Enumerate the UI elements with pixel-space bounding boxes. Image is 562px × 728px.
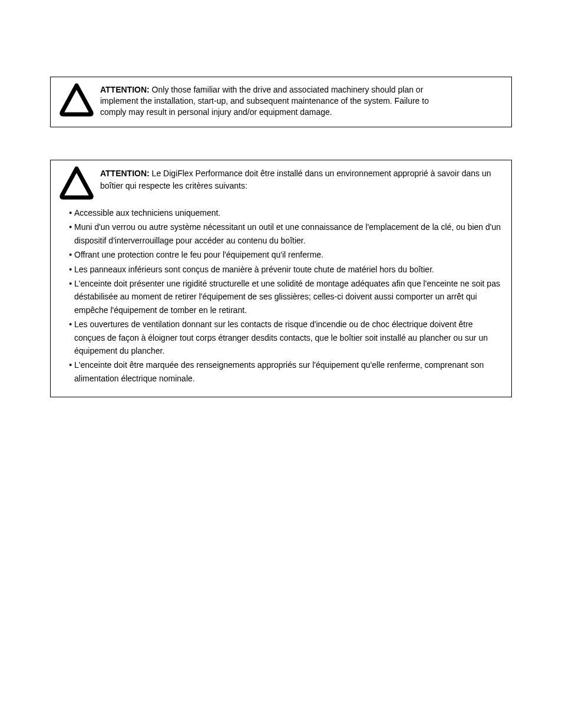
bullet-item: Accessible aux techniciens uniquement. xyxy=(74,206,501,219)
bullet-item: L'enceinte doit être marquée des renseig… xyxy=(74,358,501,385)
attention-box-2-header: ATTENTION: Le DigiFlex Performance doit … xyxy=(59,165,503,203)
bullet-item: Les panneaux inférieurs sont conçus de m… xyxy=(74,263,501,276)
attention-text-1c: comply may result in personal injury and… xyxy=(100,107,332,117)
attention-bullet-list: Accessible aux techniciens uniquement. M… xyxy=(61,206,501,385)
attention-text-1a: Only those familiar with the drive and a… xyxy=(150,85,424,94)
attention-box-2-body: Accessible aux techniciens uniquement. M… xyxy=(59,203,503,385)
attention-label: ATTENTION: xyxy=(100,85,150,94)
page-content: ATTENTION: Only those familiar with the … xyxy=(0,0,562,397)
bullet-item: Muni d'un verrou ou autre système nécess… xyxy=(74,220,501,247)
bullet-item: Offrant une protection contre le feu pou… xyxy=(74,248,501,261)
bullet-item: L'enceinte doit présenter une rigidité s… xyxy=(74,277,501,317)
attention-text-1b: implement the installation, start-up, an… xyxy=(100,96,429,106)
attention-box-2: ATTENTION: Le DigiFlex Performance doit … xyxy=(50,160,512,397)
attention-intro-rest: Le DigiFlex Performance doit être instal… xyxy=(100,169,491,190)
attention-label: ATTENTION: xyxy=(100,169,150,178)
attention-box-1-text: ATTENTION: Only those familiar with the … xyxy=(100,82,503,118)
warning-icon xyxy=(59,82,94,120)
warning-icon xyxy=(59,165,94,203)
bullet-item: Les ouvertures de ventilation donnant su… xyxy=(74,318,501,357)
attention-box-1: ATTENTION: Only those familiar with the … xyxy=(50,77,512,127)
attention-box-2-intro: ATTENTION: Le DigiFlex Performance doit … xyxy=(100,165,503,192)
